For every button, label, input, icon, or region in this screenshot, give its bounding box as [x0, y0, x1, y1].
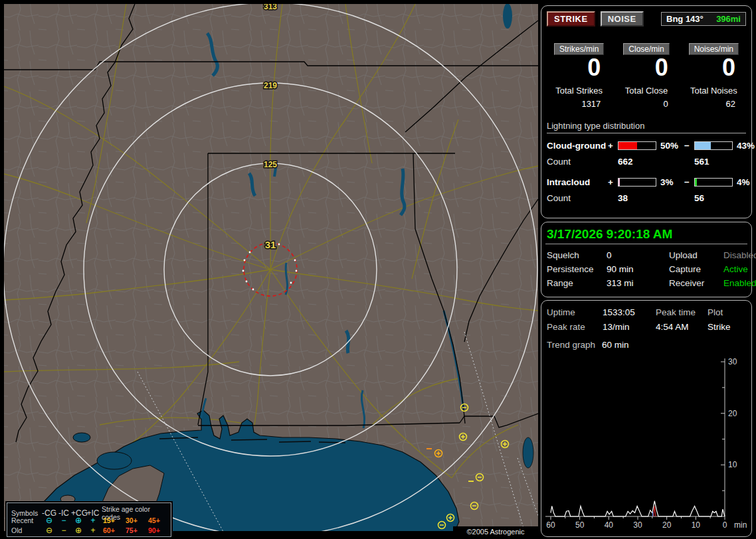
- ring-label-125: 125: [264, 160, 277, 169]
- trend-chart: 6050403020100min102030: [541, 356, 753, 536]
- bearing-label: Bng 143°: [666, 14, 704, 24]
- app-window: 31321912531 Symbols -CG -IC +CG +IC Stri…: [0, 0, 756, 539]
- total-strikes-label: Total Strikes: [545, 86, 613, 96]
- series-strike-rate: [551, 501, 725, 516]
- svg-text:10: 10: [692, 520, 701, 530]
- total-noises-label: Total Noises: [680, 86, 747, 96]
- uptime-label: Uptime: [547, 307, 603, 317]
- cg-negative-pct: 43%: [733, 141, 756, 151]
- svg-text:10: 10: [728, 460, 737, 469]
- age-code: 45+: [145, 516, 168, 524]
- age-code: 30+: [123, 516, 145, 524]
- svg-text:50: 50: [575, 520, 585, 530]
- ic-negative-bar: [694, 178, 733, 187]
- range-value: 313 mi: [607, 278, 669, 288]
- lightning-type-distribution: Lightning type distribution Cloud-ground…: [547, 121, 746, 203]
- svg-text:30: 30: [633, 520, 642, 530]
- noises-per-min-value: 0: [680, 55, 747, 80]
- total-close-label: Total Close: [613, 86, 680, 96]
- svg-text:20: 20: [728, 409, 737, 418]
- cg-positive-pct: 50%: [656, 141, 684, 151]
- circle-minus-icon: ⊖: [42, 516, 56, 524]
- peak-time-value: 4:54 AM: [656, 322, 708, 332]
- map-display[interactable]: 31321912531 Symbols -CG -IC +CG +IC Stri…: [4, 4, 538, 531]
- receiver-status: Enabled: [723, 278, 756, 288]
- age-code: 60+: [100, 526, 123, 534]
- bearing-display: Bng 143° 396mi: [661, 12, 746, 26]
- ring-label-313: 313: [264, 4, 277, 11]
- receiver-label: Receiver: [669, 278, 723, 288]
- trend-graph-label: Trend graph: [547, 340, 595, 350]
- svg-text:30: 30: [728, 357, 737, 366]
- squelch-value: 0: [607, 250, 669, 260]
- cg-positive-bar: [618, 141, 656, 150]
- ic-positive-pct: 3%: [656, 177, 684, 187]
- peak-rate-value: 13/min: [603, 322, 656, 332]
- capture-label: Capture: [669, 264, 723, 274]
- strikes-per-min-counter: Strikes/min 0 Total Strikes 1317: [545, 42, 613, 109]
- plot-label: Plot: [708, 307, 746, 317]
- range-label: Range: [547, 278, 607, 288]
- ring-label-31: 31: [265, 239, 276, 250]
- ic-negative-count: 56: [694, 193, 746, 203]
- squelch-label: Squelch: [547, 250, 607, 260]
- total-strikes-value: 1317: [545, 99, 613, 109]
- age-code: 15+: [100, 516, 123, 524]
- strike-counters-panel: STRIKE NOISE Bng 143° 396mi Strikes/min …: [541, 5, 752, 218]
- trend-window-value: 60 min: [602, 340, 629, 350]
- circle-minus-icon: ⊖: [42, 526, 56, 534]
- minus-sign: −: [684, 141, 694, 151]
- minus-icon: −: [56, 516, 71, 524]
- map-canvas: 31321912531: [4, 4, 538, 531]
- svg-text:0: 0: [723, 520, 727, 530]
- persistence-value: 90 min: [607, 264, 669, 274]
- cloud-ground-label: Cloud-ground: [547, 141, 608, 151]
- plus-icon: +: [86, 526, 100, 534]
- svg-text:40: 40: [605, 520, 614, 530]
- circle-plus-icon: ⊕: [71, 516, 86, 524]
- strike-button[interactable]: STRIKE: [547, 11, 595, 27]
- svg-text:60: 60: [546, 520, 555, 530]
- series-cg-negative-peak: [654, 506, 656, 516]
- ic-positive-bar: [618, 178, 656, 187]
- close-per-min-value: 0: [613, 55, 680, 80]
- ic-negative-pct: 4%: [733, 177, 756, 187]
- minus-sign: −: [684, 177, 694, 187]
- age-code: 90+: [145, 526, 168, 534]
- cg-positive-count: 662: [618, 157, 694, 167]
- svg-text:min: min: [734, 520, 747, 530]
- legend-row-recent: Recent: [11, 516, 42, 524]
- plus-sign: +: [608, 141, 618, 151]
- strikes-per-min-value: 0: [545, 55, 613, 80]
- close-per-min-counter: Close/min 0 Total Close 0: [613, 42, 680, 109]
- copyright-text: ©2005 Astrogenic Systems: [453, 526, 538, 538]
- uptime-value: 1533:05: [603, 307, 656, 317]
- cg-negative-count: 561: [694, 157, 746, 167]
- peak-rate-label: Peak rate: [547, 322, 603, 332]
- legend-row-old: Old: [11, 526, 42, 534]
- plus-icon: +: [86, 516, 100, 524]
- total-close-value: 0: [613, 99, 680, 109]
- distribution-title: Lightning type distribution: [547, 121, 746, 133]
- cg-negative-bar: [694, 141, 733, 150]
- age-code: 75+: [123, 526, 145, 534]
- datetime-display: 3/17/2026 9:20:18 AM: [541, 222, 751, 244]
- plot-value: Strike: [708, 322, 746, 332]
- count-label: Count: [547, 193, 618, 203]
- noise-button[interactable]: NOISE: [601, 11, 644, 27]
- plus-sign: +: [608, 177, 618, 187]
- peak-time-label: Peak time: [656, 307, 708, 317]
- persistence-label: Persistence: [547, 264, 607, 274]
- count-label: Count: [547, 157, 618, 167]
- upload-label: Upload: [669, 250, 723, 260]
- total-noises-value: 62: [680, 99, 747, 109]
- ring-label-219: 219: [264, 81, 277, 90]
- circle-plus-icon: ⊕: [71, 526, 86, 534]
- intracloud-label: Intracloud: [547, 177, 608, 187]
- session-trend-panel: Uptime 1533:05 Peak time Plot Peak rate …: [541, 300, 752, 537]
- status-panel: 3/17/2026 9:20:18 AM Squelch 0 Upload Di…: [541, 222, 752, 297]
- minus-icon: −: [56, 526, 71, 534]
- noises-per-min-counter: Noises/min 0 Total Noises 62: [680, 42, 747, 109]
- upload-status: Disabled: [723, 250, 756, 260]
- capture-status: Active: [723, 264, 756, 274]
